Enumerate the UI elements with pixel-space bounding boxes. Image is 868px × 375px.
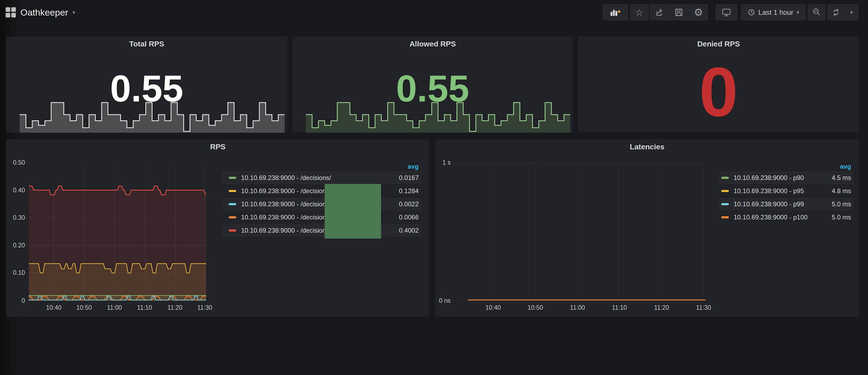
x-tick: 10:50 xyxy=(523,304,548,311)
star-button[interactable]: ☆ xyxy=(630,4,649,21)
refresh-icon xyxy=(832,8,840,17)
y-tick: 0 ns xyxy=(439,297,451,304)
add-panel-button[interactable] xyxy=(603,4,628,21)
series-label[interactable]: 10.10.69.238:9000 - p95 xyxy=(734,187,804,195)
panel-title[interactable]: RPS xyxy=(6,143,429,151)
latencies-y-axis: 1 s 0 ns xyxy=(435,139,451,317)
y-tick: 0.40 xyxy=(13,187,25,194)
share-button[interactable] xyxy=(650,4,669,21)
legend-row[interactable]: 10.10.69.238:9000 - /decisions/ 0.0066 xyxy=(221,211,422,224)
series-label[interactable]: 10.10.69.238:9000 - /decisions/ xyxy=(241,187,331,195)
series-avg-value: 4.5 ms xyxy=(832,174,854,182)
logo-square xyxy=(6,7,10,12)
legend-row[interactable]: 10.10.69.238:9000 - /decisions/ 0.4002 xyxy=(221,224,422,237)
chevron-down-icon: ▾ xyxy=(797,10,799,15)
series-avg-value: 0.4002 xyxy=(399,227,422,234)
y-tick: 1 s xyxy=(442,159,451,166)
series-avg-value: 5.0 ms xyxy=(832,214,854,221)
x-tick: 11:00 xyxy=(565,304,590,311)
series-avg-value: 0.0022 xyxy=(399,200,422,208)
legend-row[interactable]: 10.10.69.238:9000 - p90 4.5 ms xyxy=(719,171,854,184)
series-avg-value: 4.8 ms xyxy=(832,187,854,195)
x-tick: 11:10 xyxy=(132,304,157,311)
grid-logo-icon[interactable] xyxy=(6,7,16,18)
refresh-interval-dropdown[interactable]: ▾ xyxy=(845,5,859,20)
y-tick: 0.20 xyxy=(13,242,25,249)
y-tick: 0.10 xyxy=(13,269,25,276)
rps-chart-canvas[interactable] xyxy=(25,162,207,301)
total-rps-sparkline xyxy=(20,99,285,133)
legend-header-row: avg xyxy=(221,162,422,171)
legend-avg-header[interactable]: avg xyxy=(408,163,419,170)
logo-square xyxy=(11,7,16,12)
series-color-swatch xyxy=(229,177,236,179)
save-button[interactable] xyxy=(670,4,688,21)
series-color-swatch xyxy=(721,177,729,179)
panel-title[interactable]: Latencies xyxy=(435,143,859,151)
legend-avg-header[interactable]: avg xyxy=(840,163,851,170)
x-tick: 11:10 xyxy=(607,304,631,311)
bar-chart-add-icon xyxy=(610,7,621,17)
series-avg-value: 0.0167 xyxy=(399,174,422,182)
settings-button[interactable]: ⚙ xyxy=(689,4,708,21)
logo-square xyxy=(11,13,16,18)
legend-row[interactable]: 10.10.69.238:9000 - p99 5.0 ms xyxy=(719,197,854,211)
refresh-button[interactable] xyxy=(828,5,845,20)
legend-row[interactable]: 10.10.69.238:9000 - p100 5.0 ms xyxy=(719,211,854,224)
rps-legend: avg 10.10.69.238:9000 - /decisions/ 0.01… xyxy=(221,162,422,237)
x-tick: 10:40 xyxy=(42,304,66,311)
legend-row[interactable]: 10.10.69.238:9000 - /decisions/ 0.1284 xyxy=(221,184,422,197)
green-overlay-block xyxy=(324,184,381,239)
series-avg-value: 0.0066 xyxy=(399,214,422,221)
panel-rps: RPS 0.50 0.40 0.30 0.20 0.10 0 10:40 10:… xyxy=(6,139,429,317)
series-label[interactable]: 10.10.69.238:9000 - /decisions/ xyxy=(241,174,331,182)
save-icon xyxy=(674,8,683,17)
panel-denied-rps: Denied RPS 0 xyxy=(578,36,859,133)
series-label[interactable]: 10.10.69.238:9000 - /decisions/ xyxy=(241,227,331,234)
y-tick: 0.30 xyxy=(13,214,25,221)
series-color-swatch xyxy=(721,190,729,192)
zoom-out-button[interactable] xyxy=(808,4,826,21)
legend-header-row: avg xyxy=(719,162,854,171)
x-tick: 11:20 xyxy=(163,304,187,311)
time-range-picker[interactable]: Last 1 hour ▾ xyxy=(741,4,806,21)
gear-icon: ⚙ xyxy=(694,7,703,18)
magnifier-minus-icon xyxy=(812,8,821,17)
series-color-swatch xyxy=(229,216,236,218)
panel-allowed-rps: Allowed RPS 0.55 xyxy=(292,36,573,133)
y-tick: 0.50 xyxy=(13,159,25,166)
legend-row[interactable]: 10.10.69.238:9000 - p95 4.8 ms xyxy=(719,184,854,197)
panel-title[interactable]: Allowed RPS xyxy=(292,40,573,49)
x-tick: 11:20 xyxy=(650,304,674,311)
cycle-view-button[interactable] xyxy=(716,4,737,21)
series-label[interactable]: 10.10.69.238:9000 - /decisions/ xyxy=(241,214,331,221)
refresh-split-button: ▾ xyxy=(828,4,859,21)
share-icon xyxy=(655,8,664,17)
x-tick: 11:00 xyxy=(102,304,127,311)
series-label[interactable]: 10.10.69.238:9000 - p90 xyxy=(734,174,804,182)
y-tick: 0 xyxy=(22,297,25,304)
x-tick: 11:30 xyxy=(691,304,716,311)
dashboard-header: Oathkeeper ▾ ☆ xyxy=(0,0,868,26)
stat-value: 0 xyxy=(578,57,859,127)
chevron-down-icon: ▾ xyxy=(850,10,853,15)
series-label[interactable]: 10.10.69.238:9000 - p100 xyxy=(734,214,808,221)
latencies-chart-canvas[interactable] xyxy=(453,162,707,301)
series-color-swatch xyxy=(721,216,729,218)
chevron-down-icon: ▾ xyxy=(72,10,75,15)
panel-title[interactable]: Total RPS xyxy=(6,40,287,49)
panel-total-rps: Total RPS 0.55 xyxy=(6,36,287,133)
legend-row[interactable]: 10.10.69.238:9000 - /decisions/ 0.0167 xyxy=(221,171,422,184)
series-color-swatch xyxy=(229,203,236,205)
dashboard-title-dropdown[interactable]: Oathkeeper ▾ xyxy=(21,6,75,18)
legend-row[interactable]: 10.10.69.238:9000 - /decisions/ 0.0022 xyxy=(221,197,422,211)
x-tick: 11:30 xyxy=(193,304,217,311)
dashboard-title: Oathkeeper xyxy=(21,7,68,18)
logo-square xyxy=(6,13,10,18)
star-icon: ☆ xyxy=(635,8,643,17)
grafana-dashboard: Oathkeeper ▾ ☆ xyxy=(0,0,868,375)
x-tick: 10:40 xyxy=(481,304,505,311)
series-label[interactable]: 10.10.69.238:9000 - /decisions/ xyxy=(241,200,331,208)
series-label[interactable]: 10.10.69.238:9000 - p99 xyxy=(734,200,804,208)
panel-title[interactable]: Denied RPS xyxy=(578,40,859,49)
